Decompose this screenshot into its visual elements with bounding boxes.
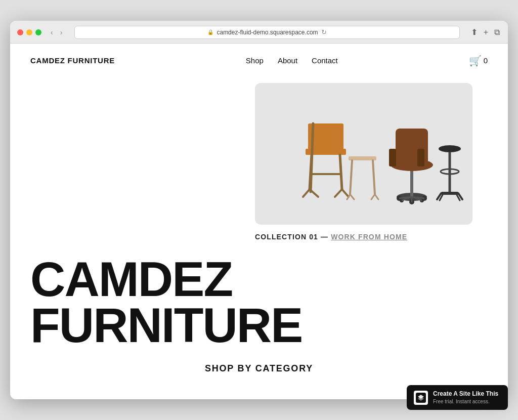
nav-shop[interactable]: Shop	[246, 56, 264, 65]
collection-label: COLLECTION 01 — WORK FROM HOME	[255, 233, 488, 241]
nav-contact[interactable]: Contact	[312, 56, 338, 65]
site-header: CAMDEZ FURNITURE Shop About Contact 🛒 0	[10, 44, 508, 78]
traffic-lights	[17, 29, 41, 35]
reload-button[interactable]: ↻	[321, 28, 327, 36]
sq-main-text: Create A Site Like This	[433, 390, 498, 398]
site-nav: Shop About Contact	[246, 56, 338, 65]
chairs-svg	[255, 83, 472, 225]
hero-image	[255, 83, 472, 225]
tabs-button[interactable]: ⧉	[493, 27, 501, 38]
share-button[interactable]: ⬆	[470, 26, 479, 38]
site-logo[interactable]: CAMDEZ FURNITURE	[30, 56, 115, 65]
right-panel: COLLECTION 01 — WORK FROM HOME	[255, 83, 488, 241]
squarespace-badge[interactable]: Create A Site Like This Free trial. Inst…	[407, 385, 508, 410]
svg-rect-22	[389, 149, 396, 166]
top-section: COLLECTION 01 — WORK FROM HOME	[30, 83, 488, 241]
svg-point-34	[439, 145, 461, 152]
collection-prefix: COLLECTION 01 —	[255, 233, 331, 241]
browser-actions: ⬆ + ⧉	[470, 26, 501, 38]
minimize-button[interactable]	[26, 29, 32, 35]
squarespace-text: Create A Site Like This Free trial. Inst…	[433, 390, 498, 405]
collection-link[interactable]: WORK FROM HOME	[331, 233, 407, 241]
browser-controls: ‹ ›	[49, 28, 64, 37]
cart-area[interactable]: 🛒 0	[469, 55, 488, 67]
sq-logo-svg	[416, 393, 426, 403]
close-button[interactable]	[17, 29, 23, 35]
browser-chrome: ‹ › 🔒 camdez-fluid-demo.squarespace.com …	[10, 21, 508, 44]
forward-button[interactable]: ›	[58, 28, 65, 37]
big-headline: CAMDEZ FURNITURE	[30, 256, 488, 348]
svg-rect-36	[441, 192, 458, 195]
main-content: COLLECTION 01 — WORK FROM HOME CAMDEZ FU…	[10, 78, 508, 399]
shop-by-category: SHOP BY CATEGORY	[30, 363, 488, 384]
squarespace-logo-icon	[414, 391, 428, 405]
lock-icon: 🔒	[207, 29, 213, 35]
cart-count: 0	[484, 56, 488, 65]
nav-about[interactable]: About	[278, 56, 297, 65]
back-button[interactable]: ‹	[49, 28, 55, 37]
sq-sub-text: Free trial. Instant access.	[433, 398, 498, 405]
cart-icon: 🛒	[469, 55, 482, 67]
url-text: camdez-fluid-demo.squarespace.com	[217, 29, 318, 36]
maximize-button[interactable]	[35, 29, 41, 35]
page-content: CAMDEZ FURNITURE Shop About Contact 🛒 0	[10, 44, 508, 399]
new-tab-button[interactable]: +	[483, 27, 489, 38]
svg-rect-0	[255, 83, 472, 225]
browser-window: ‹ › 🔒 camdez-fluid-demo.squarespace.com …	[10, 21, 508, 399]
svg-rect-23	[417, 149, 424, 166]
address-bar[interactable]: 🔒 camdez-fluid-demo.squarespace.com ↻	[74, 26, 459, 39]
